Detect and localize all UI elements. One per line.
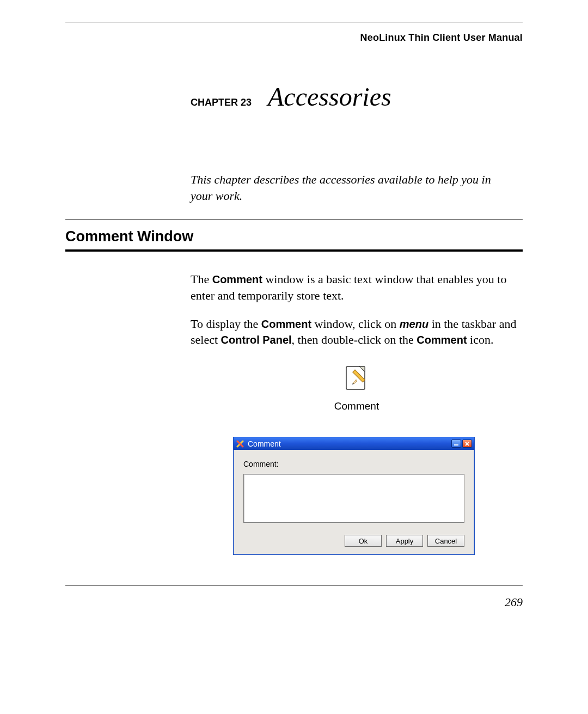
chapter-description: This chapter describes the accessories a… [191, 172, 506, 204]
comment-textarea[interactable] [243, 474, 464, 523]
cancel-button[interactable]: Cancel [427, 535, 464, 547]
chapter-label: CHAPTER 23 [191, 97, 252, 108]
text: , then double-click on the [292, 333, 417, 346]
minimize-button[interactable] [451, 440, 461, 448]
section-title: Comment Window [65, 228, 523, 245]
text: The [191, 272, 212, 286]
chapter-heading: CHAPTER 23 Accessories [191, 82, 523, 112]
app-icon [236, 440, 244, 448]
bottom-rule [65, 585, 523, 585]
running-header: NeoLinux Thin Client User Manual [65, 32, 523, 44]
page-number: 269 [65, 595, 523, 609]
apply-button[interactable]: Apply [386, 535, 423, 547]
chapter-title: Accessories [268, 82, 391, 112]
ui-menu-term: menu [400, 318, 428, 330]
ok-button[interactable]: Ok [345, 535, 382, 547]
ui-term-control-panel: Control Panel [221, 334, 292, 346]
comment-icon [341, 387, 372, 396]
close-button[interactable] [462, 440, 472, 448]
text: window, click on [311, 317, 400, 331]
text: To display the [191, 317, 261, 331]
comment-field-label: Comment: [243, 460, 464, 468]
titlebar: Comment [234, 437, 474, 450]
comment-icon-block: Comment [191, 363, 523, 412]
ui-term-comment: Comment [212, 273, 262, 285]
svg-rect-8 [454, 444, 458, 446]
comment-icon-caption: Comment [191, 400, 523, 412]
text: icon. [467, 333, 494, 346]
window-title: Comment [248, 440, 450, 448]
paragraph-1: The Comment window is a basic text windo… [191, 271, 523, 303]
comment-window: Comment Comment: Ok Apply Cancel [233, 437, 475, 555]
section-thin-rule [65, 219, 523, 219]
section-thick-rule [65, 249, 523, 252]
ui-term-comment: Comment [416, 334, 467, 346]
top-rule [65, 22, 523, 22]
ui-term-comment: Comment [261, 318, 311, 330]
paragraph-2: To display the Comment window, click on … [191, 316, 523, 348]
